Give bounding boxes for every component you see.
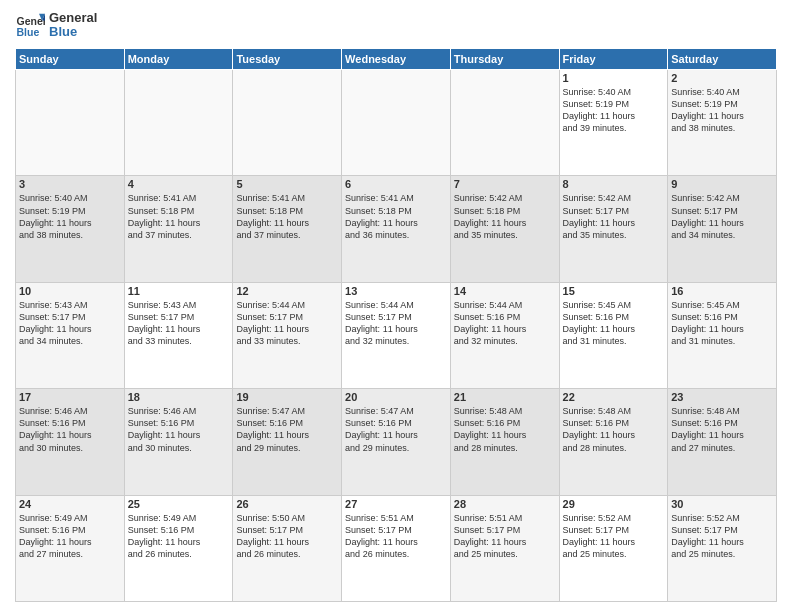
day-info: Sunrise: 5:51 AM Sunset: 5:17 PM Dayligh… [454, 512, 556, 561]
day-info: Sunrise: 5:50 AM Sunset: 5:17 PM Dayligh… [236, 512, 338, 561]
day-cell: 16Sunrise: 5:45 AM Sunset: 5:16 PM Dayli… [668, 282, 777, 388]
day-info: Sunrise: 5:48 AM Sunset: 5:16 PM Dayligh… [671, 405, 773, 454]
day-cell: 25Sunrise: 5:49 AM Sunset: 5:16 PM Dayli… [124, 495, 233, 601]
day-cell: 14Sunrise: 5:44 AM Sunset: 5:16 PM Dayli… [450, 282, 559, 388]
logo-general: General [49, 11, 97, 25]
svg-text:Blue: Blue [17, 26, 40, 38]
day-cell: 7Sunrise: 5:42 AM Sunset: 5:18 PM Daylig… [450, 176, 559, 282]
week-row-0: 1Sunrise: 5:40 AM Sunset: 5:19 PM Daylig… [16, 70, 777, 176]
day-cell: 23Sunrise: 5:48 AM Sunset: 5:16 PM Dayli… [668, 389, 777, 495]
day-cell: 9Sunrise: 5:42 AM Sunset: 5:17 PM Daylig… [668, 176, 777, 282]
col-header-sunday: Sunday [16, 49, 125, 70]
day-cell [16, 70, 125, 176]
week-row-1: 3Sunrise: 5:40 AM Sunset: 5:19 PM Daylig… [16, 176, 777, 282]
day-info: Sunrise: 5:45 AM Sunset: 5:16 PM Dayligh… [563, 299, 665, 348]
day-info: Sunrise: 5:44 AM Sunset: 5:16 PM Dayligh… [454, 299, 556, 348]
day-number: 2 [671, 72, 773, 84]
day-number: 27 [345, 498, 447, 510]
day-cell: 8Sunrise: 5:42 AM Sunset: 5:17 PM Daylig… [559, 176, 668, 282]
col-header-thursday: Thursday [450, 49, 559, 70]
day-number: 18 [128, 391, 230, 403]
day-cell: 15Sunrise: 5:45 AM Sunset: 5:16 PM Dayli… [559, 282, 668, 388]
day-cell: 11Sunrise: 5:43 AM Sunset: 5:17 PM Dayli… [124, 282, 233, 388]
day-cell [124, 70, 233, 176]
logo-blue: Blue [49, 25, 97, 39]
day-cell [342, 70, 451, 176]
col-header-tuesday: Tuesday [233, 49, 342, 70]
calendar-header-row: SundayMondayTuesdayWednesdayThursdayFrid… [16, 49, 777, 70]
day-number: 30 [671, 498, 773, 510]
day-number: 10 [19, 285, 121, 297]
day-cell: 3Sunrise: 5:40 AM Sunset: 5:19 PM Daylig… [16, 176, 125, 282]
day-number: 9 [671, 178, 773, 190]
day-number: 23 [671, 391, 773, 403]
day-info: Sunrise: 5:42 AM Sunset: 5:17 PM Dayligh… [563, 192, 665, 241]
calendar-table: SundayMondayTuesdayWednesdayThursdayFrid… [15, 48, 777, 602]
logo-icon: General Blue [15, 10, 45, 40]
col-header-monday: Monday [124, 49, 233, 70]
day-number: 3 [19, 178, 121, 190]
day-number: 29 [563, 498, 665, 510]
day-cell: 28Sunrise: 5:51 AM Sunset: 5:17 PM Dayli… [450, 495, 559, 601]
day-cell: 6Sunrise: 5:41 AM Sunset: 5:18 PM Daylig… [342, 176, 451, 282]
day-cell: 12Sunrise: 5:44 AM Sunset: 5:17 PM Dayli… [233, 282, 342, 388]
day-number: 11 [128, 285, 230, 297]
day-info: Sunrise: 5:41 AM Sunset: 5:18 PM Dayligh… [128, 192, 230, 241]
day-cell: 22Sunrise: 5:48 AM Sunset: 5:16 PM Dayli… [559, 389, 668, 495]
day-number: 1 [563, 72, 665, 84]
day-info: Sunrise: 5:52 AM Sunset: 5:17 PM Dayligh… [563, 512, 665, 561]
day-cell: 20Sunrise: 5:47 AM Sunset: 5:16 PM Dayli… [342, 389, 451, 495]
day-info: Sunrise: 5:47 AM Sunset: 5:16 PM Dayligh… [236, 405, 338, 454]
day-info: Sunrise: 5:42 AM Sunset: 5:17 PM Dayligh… [671, 192, 773, 241]
col-header-friday: Friday [559, 49, 668, 70]
day-cell: 30Sunrise: 5:52 AM Sunset: 5:17 PM Dayli… [668, 495, 777, 601]
day-cell: 4Sunrise: 5:41 AM Sunset: 5:18 PM Daylig… [124, 176, 233, 282]
day-info: Sunrise: 5:51 AM Sunset: 5:17 PM Dayligh… [345, 512, 447, 561]
col-header-wednesday: Wednesday [342, 49, 451, 70]
day-number: 17 [19, 391, 121, 403]
day-cell: 5Sunrise: 5:41 AM Sunset: 5:18 PM Daylig… [233, 176, 342, 282]
day-info: Sunrise: 5:46 AM Sunset: 5:16 PM Dayligh… [19, 405, 121, 454]
week-row-2: 10Sunrise: 5:43 AM Sunset: 5:17 PM Dayli… [16, 282, 777, 388]
day-number: 12 [236, 285, 338, 297]
day-cell: 18Sunrise: 5:46 AM Sunset: 5:16 PM Dayli… [124, 389, 233, 495]
day-number: 24 [19, 498, 121, 510]
day-number: 25 [128, 498, 230, 510]
day-cell: 17Sunrise: 5:46 AM Sunset: 5:16 PM Dayli… [16, 389, 125, 495]
day-info: Sunrise: 5:43 AM Sunset: 5:17 PM Dayligh… [19, 299, 121, 348]
day-cell: 27Sunrise: 5:51 AM Sunset: 5:17 PM Dayli… [342, 495, 451, 601]
day-info: Sunrise: 5:40 AM Sunset: 5:19 PM Dayligh… [671, 86, 773, 135]
week-row-4: 24Sunrise: 5:49 AM Sunset: 5:16 PM Dayli… [16, 495, 777, 601]
day-number: 15 [563, 285, 665, 297]
day-number: 19 [236, 391, 338, 403]
day-number: 16 [671, 285, 773, 297]
day-info: Sunrise: 5:48 AM Sunset: 5:16 PM Dayligh… [454, 405, 556, 454]
day-info: Sunrise: 5:44 AM Sunset: 5:17 PM Dayligh… [345, 299, 447, 348]
day-number: 8 [563, 178, 665, 190]
day-number: 22 [563, 391, 665, 403]
day-number: 7 [454, 178, 556, 190]
day-cell: 21Sunrise: 5:48 AM Sunset: 5:16 PM Dayli… [450, 389, 559, 495]
day-cell: 29Sunrise: 5:52 AM Sunset: 5:17 PM Dayli… [559, 495, 668, 601]
day-info: Sunrise: 5:40 AM Sunset: 5:19 PM Dayligh… [19, 192, 121, 241]
day-number: 4 [128, 178, 230, 190]
day-number: 6 [345, 178, 447, 190]
day-number: 21 [454, 391, 556, 403]
day-cell: 10Sunrise: 5:43 AM Sunset: 5:17 PM Dayli… [16, 282, 125, 388]
col-header-saturday: Saturday [668, 49, 777, 70]
day-number: 26 [236, 498, 338, 510]
day-number: 28 [454, 498, 556, 510]
day-info: Sunrise: 5:42 AM Sunset: 5:18 PM Dayligh… [454, 192, 556, 241]
day-cell: 26Sunrise: 5:50 AM Sunset: 5:17 PM Dayli… [233, 495, 342, 601]
day-info: Sunrise: 5:45 AM Sunset: 5:16 PM Dayligh… [671, 299, 773, 348]
day-number: 20 [345, 391, 447, 403]
day-cell [233, 70, 342, 176]
day-info: Sunrise: 5:47 AM Sunset: 5:16 PM Dayligh… [345, 405, 447, 454]
day-number: 5 [236, 178, 338, 190]
day-number: 14 [454, 285, 556, 297]
week-row-3: 17Sunrise: 5:46 AM Sunset: 5:16 PM Dayli… [16, 389, 777, 495]
day-info: Sunrise: 5:41 AM Sunset: 5:18 PM Dayligh… [236, 192, 338, 241]
day-cell: 13Sunrise: 5:44 AM Sunset: 5:17 PM Dayli… [342, 282, 451, 388]
day-info: Sunrise: 5:46 AM Sunset: 5:16 PM Dayligh… [128, 405, 230, 454]
day-info: Sunrise: 5:40 AM Sunset: 5:19 PM Dayligh… [563, 86, 665, 135]
